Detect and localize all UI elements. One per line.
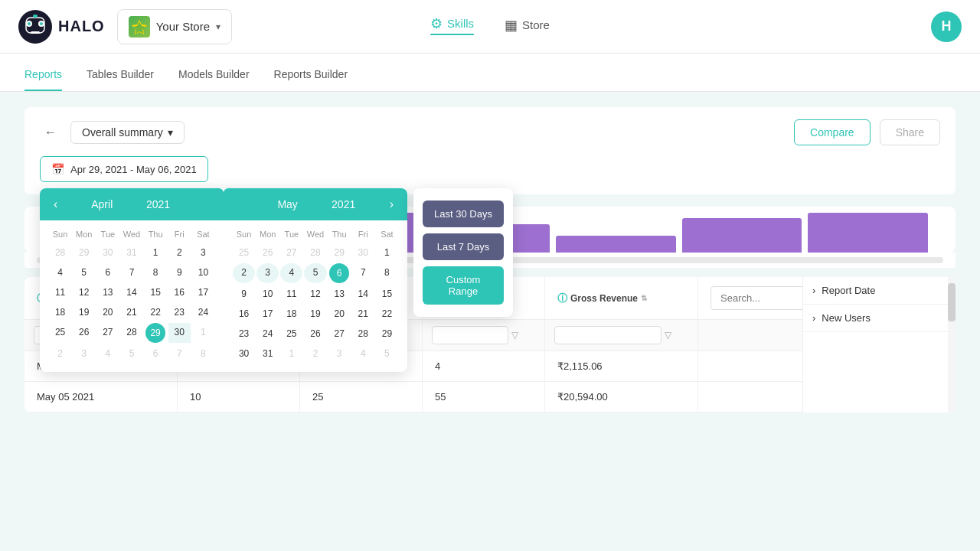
custom-range-button[interactable]: Custom Range: [423, 266, 504, 305]
april-day[interactable]: 14: [120, 283, 142, 302]
april-day[interactable]: 15: [145, 283, 167, 302]
col-item-report-date[interactable]: › Report Date: [803, 277, 956, 305]
subnav-reports[interactable]: Reports: [24, 68, 62, 91]
subnav-reports-builder[interactable]: Reports Builder: [274, 68, 348, 91]
may-day[interactable]: 1: [280, 344, 302, 363]
scrollbar-thumb[interactable]: [948, 283, 956, 321]
may-day[interactable]: 8: [376, 263, 398, 283]
april-day[interactable]: 8: [145, 263, 167, 282]
may-day[interactable]: 27: [328, 324, 351, 343]
may-day[interactable]: 20: [328, 305, 351, 323]
april-day[interactable]: 3: [192, 243, 214, 262]
may-day[interactable]: 14: [352, 285, 374, 303]
compare-button[interactable]: Compare: [794, 119, 871, 145]
april-day[interactable]: 5: [120, 344, 142, 363]
april-day[interactable]: 1: [192, 323, 214, 343]
april-day[interactable]: 4: [96, 344, 119, 363]
april-day-29[interactable]: 29: [145, 323, 165, 343]
date-range-picker[interactable]: 📅 Apr 29, 2021 - May 06, 2021: [40, 156, 208, 182]
april-day[interactable]: 12: [73, 283, 95, 302]
may-day[interactable]: 24: [256, 324, 279, 343]
april-day[interactable]: 18: [49, 303, 71, 321]
may-day[interactable]: 25: [233, 243, 255, 262]
april-day[interactable]: 6: [145, 344, 167, 363]
april-day[interactable]: 19: [73, 303, 95, 321]
may-day[interactable]: 1: [376, 243, 398, 262]
april-day-30[interactable]: 30: [168, 323, 191, 343]
april-day[interactable]: 2: [49, 344, 71, 363]
may-day[interactable]: 26: [304, 324, 326, 343]
next-month-button[interactable]: ›: [384, 196, 400, 213]
april-day[interactable]: 16: [168, 283, 191, 302]
april-day[interactable]: 8: [192, 344, 214, 363]
may-day[interactable]: 30: [352, 243, 374, 262]
may-day[interactable]: 28: [304, 243, 326, 262]
sort-icon-revenue[interactable]: ⇅: [641, 294, 647, 302]
report-title-selector[interactable]: Overall summary ▾: [70, 121, 185, 144]
revenue-filter-input[interactable]: [554, 326, 662, 344]
may-day[interactable]: 30: [233, 344, 255, 363]
may-day[interactable]: 28: [352, 324, 374, 343]
may-day-3[interactable]: 3: [256, 263, 279, 283]
april-day[interactable]: 25: [49, 323, 71, 343]
april-day[interactable]: 10: [192, 263, 214, 282]
may-day[interactable]: 31: [256, 344, 279, 363]
april-day[interactable]: 22: [145, 303, 167, 321]
nav-store[interactable]: ▦ Store: [505, 17, 550, 37]
april-day[interactable]: 26: [73, 323, 95, 343]
may-day-6[interactable]: 6: [329, 263, 349, 283]
april-day[interactable]: 24: [192, 303, 214, 321]
subnav-tables-builder[interactable]: Tables Builder: [87, 68, 154, 91]
april-day[interactable]: 4: [49, 263, 71, 282]
may-day[interactable]: 16: [233, 305, 255, 323]
subnav-models-builder[interactable]: Models Builder: [178, 68, 250, 91]
april-day[interactable]: 31: [120, 243, 142, 262]
may-day[interactable]: 29: [328, 243, 351, 262]
may-day-5[interactable]: 5: [304, 263, 326, 283]
may-day[interactable]: 19: [304, 305, 326, 323]
april-day[interactable]: 9: [168, 263, 191, 282]
april-day[interactable]: 27: [96, 323, 119, 343]
may-day-4[interactable]: 4: [280, 263, 302, 283]
may-day[interactable]: 2: [304, 344, 326, 363]
may-day[interactable]: 7: [352, 263, 374, 283]
user-avatar[interactable]: H: [931, 11, 962, 42]
prev-month-button[interactable]: ‹: [47, 196, 64, 213]
april-day[interactable]: 5: [73, 263, 95, 282]
may-day[interactable]: 21: [352, 305, 374, 323]
may-day[interactable]: 12: [304, 285, 326, 303]
col-item-new-users[interactable]: › New Users: [803, 305, 956, 332]
may-day[interactable]: 15: [376, 285, 398, 303]
april-day[interactable]: 23: [168, 303, 191, 321]
may-day[interactable]: 27: [280, 243, 302, 262]
may-day[interactable]: 17: [256, 305, 279, 323]
may-day[interactable]: 4: [352, 344, 374, 363]
may-day[interactable]: 13: [328, 285, 351, 303]
april-day[interactable]: 2: [168, 243, 191, 262]
april-day[interactable]: 13: [96, 283, 119, 302]
may-day[interactable]: 11: [280, 285, 302, 303]
april-day[interactable]: 6: [96, 263, 119, 282]
april-day[interactable]: 17: [192, 283, 214, 302]
may-day[interactable]: 3: [328, 344, 351, 363]
share-button[interactable]: Share: [880, 119, 940, 145]
may-day-2[interactable]: 2: [233, 263, 255, 283]
may-day[interactable]: 26: [256, 243, 279, 262]
april-day[interactable]: 28: [120, 323, 142, 343]
last30-button[interactable]: Last 30 Days: [423, 201, 504, 227]
may-day[interactable]: 18: [280, 305, 302, 323]
store-selector[interactable]: Your Store ▾: [117, 9, 232, 44]
april-day[interactable]: 3: [73, 344, 95, 363]
may-day[interactable]: 9: [233, 285, 255, 303]
april-day[interactable]: 28: [49, 243, 71, 262]
april-day[interactable]: 29: [73, 243, 95, 262]
april-day[interactable]: 11: [49, 283, 71, 302]
may-day[interactable]: 22: [376, 305, 398, 323]
scrollbar-track[interactable]: [948, 277, 956, 412]
may-day[interactable]: 10: [256, 285, 279, 303]
nav-skills[interactable]: ⚙ Skills: [430, 15, 474, 38]
april-day[interactable]: 21: [120, 303, 142, 321]
april-day[interactable]: 7: [120, 263, 142, 282]
april-day[interactable]: 1: [145, 243, 167, 262]
may-day[interactable]: 29: [376, 324, 398, 343]
